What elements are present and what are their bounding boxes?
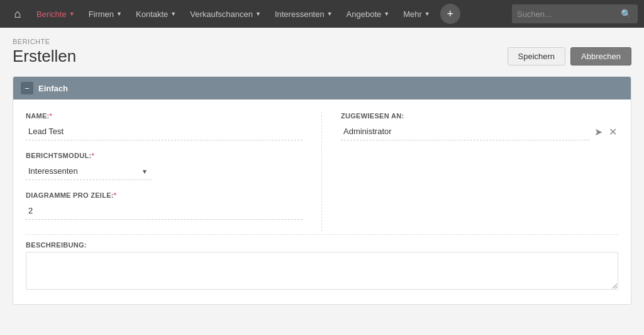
home-icon: ⌂	[14, 8, 21, 21]
nav-item-berichte[interactable]: Berichte ▼	[30, 0, 81, 28]
name-field-group: NAME:*	[26, 112, 303, 140]
module-label: BERICHTSMODUL:*	[26, 152, 303, 159]
search-input[interactable]	[517, 9, 621, 19]
angebote-dropdown-icon: ▼	[384, 11, 389, 17]
module-field-group: BERICHTSMODUL:* Interessenten Firmen Kon…	[26, 152, 303, 180]
nav-item-kontakte[interactable]: Kontakte ▼	[130, 0, 182, 28]
save-button[interactable]: Speichern	[508, 47, 566, 65]
charts-input[interactable]	[26, 202, 303, 220]
home-button[interactable]: ⌂	[6, 0, 29, 28]
charts-field-group: DIAGRAMME PRO ZEILE:*	[26, 191, 303, 220]
plus-icon: +	[447, 8, 453, 21]
breadcrumb: BERICHTE	[13, 38, 631, 45]
assigned-clear-icon: ✕	[609, 126, 617, 138]
page-title-row: Erstellen Speichern Abbrechen	[13, 47, 631, 66]
description-field-group: BESCHREIBUNG:	[26, 234, 618, 292]
name-required-marker: *	[50, 112, 53, 120]
module-select[interactable]: Interessenten Firmen Kontakte Verkaufsch…	[26, 162, 152, 180]
panel-header: − Einfach	[13, 77, 631, 99]
module-select-wrapper: Interessenten Firmen Kontakte Verkaufsch…	[26, 162, 152, 180]
nav-item-verkaufschancen[interactable]: Verkaufschancen ▼	[184, 0, 267, 28]
charts-label: DIAGRAMME PRO ZEILE:*	[26, 191, 303, 199]
assigned-field-group: ZUGEWIESEN AN: ➤ ✕	[341, 112, 618, 140]
page-title: Erstellen	[13, 47, 76, 66]
top-navigation: ⌂ Berichte ▼ Firmen ▼ Kontakte ▼ Verkauf…	[0, 0, 644, 28]
search-icon[interactable]: 🔍	[621, 9, 631, 19]
assigned-select-button[interactable]: ➤	[593, 125, 604, 139]
kontakte-dropdown-icon: ▼	[170, 11, 176, 17]
verkaufschancen-dropdown-icon: ▼	[255, 11, 261, 17]
nav-item-firmen[interactable]: Firmen ▼	[82, 0, 128, 28]
page-actions: Speichern Abbrechen	[508, 47, 631, 65]
form-left-column: NAME:* BERICHTSMODUL:* Interessenten Fir…	[26, 112, 322, 231]
nav-item-interessenten[interactable]: Interessenten ▼	[269, 0, 339, 28]
mehr-dropdown-icon: ▼	[425, 11, 430, 17]
nav-item-angebote[interactable]: Angebote ▼	[340, 0, 396, 28]
form-body: NAME:* BERICHTSMODUL:* Interessenten Fir…	[13, 99, 631, 304]
assigned-label: ZUGEWIESEN AN:	[341, 112, 618, 120]
assigned-input-row: ➤ ✕	[341, 123, 618, 140]
assigned-select-icon: ➤	[594, 126, 602, 138]
berichte-dropdown-icon: ▼	[69, 11, 75, 17]
page-content: BERICHTE Erstellen Speichern Abbrechen −…	[0, 28, 644, 315]
firmen-dropdown-icon: ▼	[116, 11, 122, 17]
interessenten-dropdown-icon: ▼	[327, 11, 333, 17]
module-required-marker: *	[91, 152, 94, 159]
search-container: 🔍	[512, 4, 638, 23]
form-right-column: ZUGEWIESEN AN: ➤ ✕	[322, 112, 618, 231]
nav-item-mehr[interactable]: Mehr ▼	[397, 0, 436, 28]
description-label: BESCHREIBUNG:	[26, 241, 618, 249]
assigned-clear-button[interactable]: ✕	[608, 125, 618, 139]
panel-collapse-button[interactable]: −	[21, 82, 33, 94]
panel-title: Einfach	[38, 84, 68, 93]
einfach-panel: − Einfach NAME:* BERICHTSMODUL:*	[13, 76, 631, 305]
charts-required-marker: *	[114, 191, 117, 199]
description-textarea[interactable]	[26, 252, 618, 290]
assigned-input[interactable]	[341, 123, 589, 140]
name-label: NAME:*	[26, 112, 303, 120]
name-input[interactable]	[26, 123, 303, 140]
cancel-button[interactable]: Abbrechen	[570, 47, 631, 65]
add-button[interactable]: +	[440, 4, 460, 24]
collapse-icon: −	[25, 84, 30, 93]
